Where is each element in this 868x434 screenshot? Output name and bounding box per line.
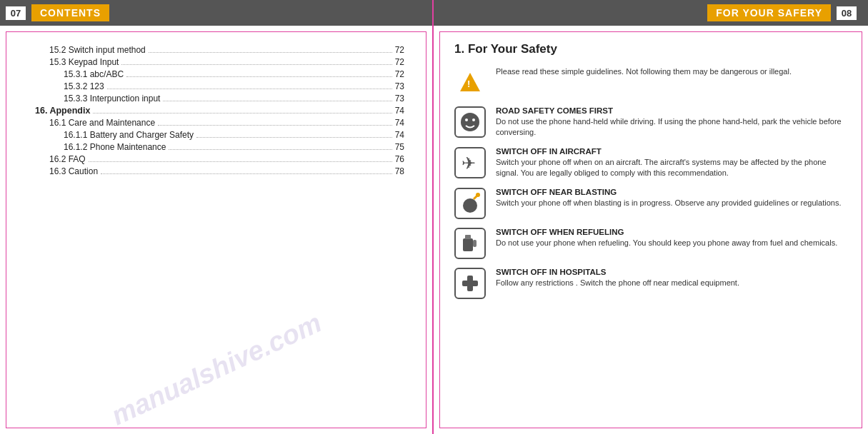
toc-label: 16.1.2 Phone Maintenance — [64, 142, 166, 152]
left-header: 07 CONTENTS — [0, 0, 432, 26]
safety-section-body: Do not use the phone hand-held while dri… — [496, 116, 847, 138]
safety-section-body: Please read these simple guidelines. Not… — [496, 66, 847, 77]
toc-dots — [89, 161, 392, 162]
safety-text: ROAD SAFETY COMES FIRSTDo not use the ph… — [496, 106, 847, 138]
sections-container: !Please read these simple guidelines. No… — [454, 66, 847, 299]
toc-dots — [163, 101, 391, 101]
safety-section-body: Follow any restrictions . Switch the pho… — [496, 278, 847, 288]
toc-dots — [169, 149, 391, 150]
toc-item: 16.1.2 Phone Maintenance75 — [35, 142, 404, 152]
svg-point-1 — [465, 118, 468, 121]
svg-point-0 — [461, 113, 479, 131]
toc-page: 76 — [395, 154, 404, 164]
toc-label: 15.3.1 abc/ABC — [64, 69, 124, 79]
safety-section: SWITCH OFF NEAR BLASTINGSwitch your phon… — [454, 188, 847, 219]
safety-section-body: Switch your phone off when blasting is i… — [496, 198, 847, 208]
svg-rect-9 — [465, 235, 471, 239]
plane-icon: ✈ — [454, 147, 486, 178]
safety-section: ROAD SAFETY COMES FIRSTDo not use the ph… — [454, 106, 847, 138]
right-content: 1. For Your Safety !Please read these si… — [439, 31, 862, 428]
right-page-number: 08 — [837, 6, 857, 20]
right-header: FOR YOUR SAFERY 08 — [434, 0, 868, 26]
left-page: 07 CONTENTS 15.2 Switch input method7215… — [0, 0, 434, 434]
safety-text: Please read these simple guidelines. Not… — [496, 66, 847, 77]
safety-section-title: SWITCH OFF IN AIRCRAFT — [496, 147, 847, 156]
toc-item: 15.3.1 abc/ABC72 — [35, 69, 404, 79]
toc-dots — [121, 64, 391, 65]
toc-dots — [101, 173, 392, 174]
safety-section-body: Do not use your phone when refueling. Yo… — [496, 238, 847, 248]
toc-label: 16.1.1 Battery and Charger Safety — [64, 130, 194, 140]
toc-page: 72 — [395, 57, 404, 67]
toc-dots — [93, 113, 391, 113]
left-page-number: 07 — [6, 6, 26, 20]
toc-item: 15.3.2 12373 — [35, 81, 404, 91]
toc-item: 15.2 Switch input method72 — [35, 45, 404, 55]
svg-rect-11 — [462, 281, 478, 286]
warning-icon: ! — [454, 66, 486, 98]
toc-page: 74 — [395, 130, 404, 140]
toc-item: 16.2 FAQ76 — [35, 154, 404, 164]
toc-page: 73 — [395, 81, 404, 91]
toc-dots — [196, 137, 392, 138]
face-icon — [454, 106, 486, 138]
safety-main-title: 1. For Your Safety — [454, 42, 847, 56]
safety-section: SWITCH OFF IN HOSPITALSFollow any restri… — [454, 268, 847, 299]
svg-point-2 — [472, 118, 475, 121]
safety-text: SWITCH OFF IN AIRCRAFTSwitch your phone … — [496, 147, 847, 179]
svg-point-4 — [463, 198, 477, 213]
safety-section: SWITCH OFF WHEN REFUELINGDo not use your… — [454, 228, 847, 259]
svg-point-6 — [476, 193, 480, 197]
toc-page: 74 — [395, 118, 404, 128]
svg-rect-8 — [473, 240, 477, 247]
safety-text: SWITCH OFF NEAR BLASTINGSwitch your phon… — [496, 188, 847, 208]
toc-item: 16. Appendix74 — [35, 106, 404, 116]
safety-section-title: SWITCH OFF WHEN REFUELING — [496, 228, 847, 236]
toc-label: 16.2 FAQ — [49, 154, 86, 164]
toc-page: 73 — [395, 94, 404, 104]
toc-dots — [149, 52, 392, 53]
toc-dots — [107, 89, 392, 89]
pump-icon — [454, 228, 486, 259]
toc-page: 72 — [395, 45, 404, 55]
toc-label: 16.3 Caution — [49, 166, 98, 176]
safety-section-title: SWITCH OFF IN HOSPITALS — [496, 268, 847, 276]
toc-container: 15.2 Switch input method7215.3 Keypad In… — [35, 45, 404, 176]
right-page: FOR YOUR SAFERY 08 1. For Your Safety !P… — [434, 0, 868, 434]
toc-dots — [126, 76, 392, 77]
toc-item: 16.1.1 Battery and Charger Safety74 — [35, 130, 404, 140]
toc-page: 74 — [395, 106, 404, 116]
svg-rect-7 — [463, 238, 473, 251]
toc-item: 16.3 Caution78 — [35, 166, 404, 176]
safety-section: !Please read these simple guidelines. No… — [454, 66, 847, 98]
toc-label: 15.2 Switch input method — [49, 45, 146, 55]
toc-page: 75 — [395, 142, 404, 152]
right-header-title: FOR YOUR SAFERY — [707, 4, 831, 21]
safety-section: ✈SWITCH OFF IN AIRCRAFTSwitch your phone… — [454, 147, 847, 179]
left-content: 15.2 Switch input method7215.3 Keypad In… — [6, 31, 426, 428]
toc-dots — [158, 125, 392, 126]
safety-section-body: Switch your phone off when on an aircraf… — [496, 157, 847, 179]
cross-icon — [454, 268, 486, 299]
safety-section-title: SWITCH OFF NEAR BLASTING — [496, 188, 847, 196]
toc-item: 15.3.3 Interpunction input73 — [35, 94, 404, 104]
safety-text: SWITCH OFF WHEN REFUELINGDo not use your… — [496, 228, 847, 248]
toc-label: 15.3.3 Interpunction input — [64, 94, 160, 104]
svg-text:✈: ✈ — [462, 153, 476, 173]
toc-item: 16.1 Care and Maintenance74 — [35, 118, 404, 128]
toc-label: 16. Appendix — [35, 106, 90, 116]
safety-text: SWITCH OFF IN HOSPITALSFollow any restri… — [496, 268, 847, 288]
toc-label: 16.1 Care and Maintenance — [49, 118, 155, 128]
toc-item: 15.3 Keypad Input72 — [35, 57, 404, 67]
toc-page: 78 — [395, 166, 404, 176]
safety-section-title: ROAD SAFETY COMES FIRST — [496, 106, 847, 115]
toc-label: 15.3.2 123 — [64, 81, 104, 91]
bomb-icon — [454, 188, 486, 219]
toc-label: 15.3 Keypad Input — [49, 57, 119, 67]
left-header-title: CONTENTS — [31, 4, 109, 21]
watermark: manualshive.com — [106, 308, 326, 428]
toc-page: 72 — [395, 69, 404, 79]
